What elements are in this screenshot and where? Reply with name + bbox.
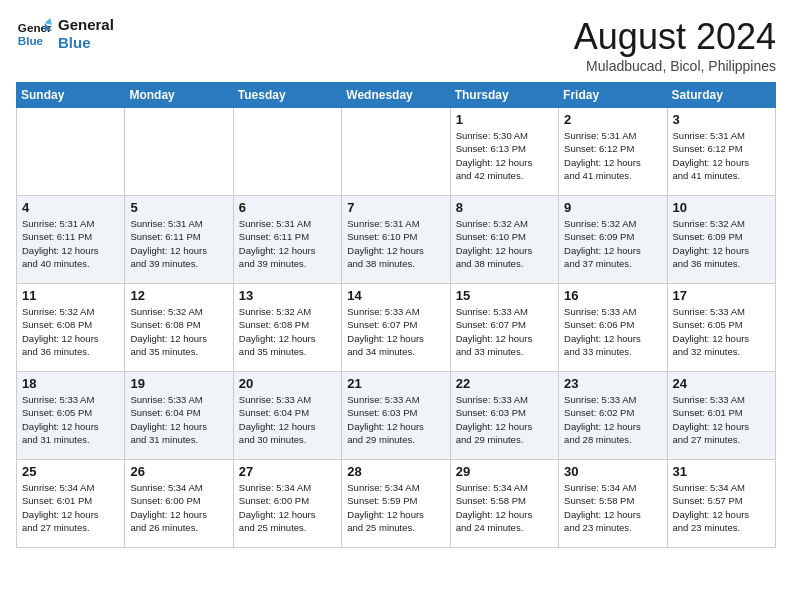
svg-text:Blue: Blue [18, 34, 44, 47]
day-number: 10 [673, 200, 770, 215]
calendar-cell: 14Sunrise: 5:33 AM Sunset: 6:07 PM Dayli… [342, 284, 450, 372]
week-row-5: 25Sunrise: 5:34 AM Sunset: 6:01 PM Dayli… [17, 460, 776, 548]
calendar-cell: 19Sunrise: 5:33 AM Sunset: 6:04 PM Dayli… [125, 372, 233, 460]
day-info: Sunrise: 5:33 AM Sunset: 6:07 PM Dayligh… [347, 305, 444, 358]
weekday-header-thursday: Thursday [450, 83, 558, 108]
calendar-cell [17, 108, 125, 196]
calendar-cell: 25Sunrise: 5:34 AM Sunset: 6:01 PM Dayli… [17, 460, 125, 548]
day-info: Sunrise: 5:33 AM Sunset: 6:04 PM Dayligh… [130, 393, 227, 446]
calendar-cell: 11Sunrise: 5:32 AM Sunset: 6:08 PM Dayli… [17, 284, 125, 372]
weekday-header-row: SundayMondayTuesdayWednesdayThursdayFrid… [17, 83, 776, 108]
day-number: 2 [564, 112, 661, 127]
day-number: 27 [239, 464, 336, 479]
day-info: Sunrise: 5:31 AM Sunset: 6:12 PM Dayligh… [564, 129, 661, 182]
week-row-2: 4Sunrise: 5:31 AM Sunset: 6:11 PM Daylig… [17, 196, 776, 284]
calendar-cell: 3Sunrise: 5:31 AM Sunset: 6:12 PM Daylig… [667, 108, 775, 196]
weekday-header-saturday: Saturday [667, 83, 775, 108]
day-info: Sunrise: 5:33 AM Sunset: 6:02 PM Dayligh… [564, 393, 661, 446]
day-number: 6 [239, 200, 336, 215]
week-row-1: 1Sunrise: 5:30 AM Sunset: 6:13 PM Daylig… [17, 108, 776, 196]
calendar-cell: 12Sunrise: 5:32 AM Sunset: 6:08 PM Dayli… [125, 284, 233, 372]
day-number: 11 [22, 288, 119, 303]
day-info: Sunrise: 5:32 AM Sunset: 6:09 PM Dayligh… [564, 217, 661, 270]
calendar-cell: 23Sunrise: 5:33 AM Sunset: 6:02 PM Dayli… [559, 372, 667, 460]
day-number: 16 [564, 288, 661, 303]
calendar-cell: 31Sunrise: 5:34 AM Sunset: 5:57 PM Dayli… [667, 460, 775, 548]
day-info: Sunrise: 5:31 AM Sunset: 6:11 PM Dayligh… [22, 217, 119, 270]
day-number: 23 [564, 376, 661, 391]
day-info: Sunrise: 5:32 AM Sunset: 6:08 PM Dayligh… [239, 305, 336, 358]
day-info: Sunrise: 5:33 AM Sunset: 6:07 PM Dayligh… [456, 305, 553, 358]
calendar-cell: 8Sunrise: 5:32 AM Sunset: 6:10 PM Daylig… [450, 196, 558, 284]
week-row-4: 18Sunrise: 5:33 AM Sunset: 6:05 PM Dayli… [17, 372, 776, 460]
day-info: Sunrise: 5:33 AM Sunset: 6:05 PM Dayligh… [673, 305, 770, 358]
title-block: August 2024 Muladbucad, Bicol, Philippin… [574, 16, 776, 74]
day-info: Sunrise: 5:32 AM Sunset: 6:08 PM Dayligh… [130, 305, 227, 358]
day-number: 24 [673, 376, 770, 391]
day-number: 31 [673, 464, 770, 479]
calendar-cell: 1Sunrise: 5:30 AM Sunset: 6:13 PM Daylig… [450, 108, 558, 196]
calendar-cell: 2Sunrise: 5:31 AM Sunset: 6:12 PM Daylig… [559, 108, 667, 196]
day-info: Sunrise: 5:31 AM Sunset: 6:11 PM Dayligh… [239, 217, 336, 270]
calendar-cell: 5Sunrise: 5:31 AM Sunset: 6:11 PM Daylig… [125, 196, 233, 284]
day-number: 26 [130, 464, 227, 479]
day-number: 18 [22, 376, 119, 391]
day-number: 1 [456, 112, 553, 127]
calendar-cell: 30Sunrise: 5:34 AM Sunset: 5:58 PM Dayli… [559, 460, 667, 548]
day-number: 17 [673, 288, 770, 303]
calendar-cell: 16Sunrise: 5:33 AM Sunset: 6:06 PM Dayli… [559, 284, 667, 372]
day-info: Sunrise: 5:30 AM Sunset: 6:13 PM Dayligh… [456, 129, 553, 182]
calendar-cell: 10Sunrise: 5:32 AM Sunset: 6:09 PM Dayli… [667, 196, 775, 284]
calendar-cell [233, 108, 341, 196]
calendar-table: SundayMondayTuesdayWednesdayThursdayFrid… [16, 82, 776, 548]
day-number: 13 [239, 288, 336, 303]
day-number: 12 [130, 288, 227, 303]
weekday-header-tuesday: Tuesday [233, 83, 341, 108]
day-info: Sunrise: 5:33 AM Sunset: 6:01 PM Dayligh… [673, 393, 770, 446]
day-info: Sunrise: 5:31 AM Sunset: 6:12 PM Dayligh… [673, 129, 770, 182]
calendar-cell: 17Sunrise: 5:33 AM Sunset: 6:05 PM Dayli… [667, 284, 775, 372]
weekday-header-wednesday: Wednesday [342, 83, 450, 108]
day-number: 20 [239, 376, 336, 391]
day-info: Sunrise: 5:34 AM Sunset: 5:57 PM Dayligh… [673, 481, 770, 534]
day-info: Sunrise: 5:34 AM Sunset: 6:00 PM Dayligh… [239, 481, 336, 534]
calendar-cell: 22Sunrise: 5:33 AM Sunset: 6:03 PM Dayli… [450, 372, 558, 460]
day-info: Sunrise: 5:34 AM Sunset: 6:01 PM Dayligh… [22, 481, 119, 534]
day-info: Sunrise: 5:33 AM Sunset: 6:04 PM Dayligh… [239, 393, 336, 446]
day-number: 7 [347, 200, 444, 215]
calendar-cell: 15Sunrise: 5:33 AM Sunset: 6:07 PM Dayli… [450, 284, 558, 372]
day-info: Sunrise: 5:33 AM Sunset: 6:05 PM Dayligh… [22, 393, 119, 446]
location-subtitle: Muladbucad, Bicol, Philippines [574, 58, 776, 74]
day-number: 3 [673, 112, 770, 127]
day-number: 30 [564, 464, 661, 479]
calendar-cell: 6Sunrise: 5:31 AM Sunset: 6:11 PM Daylig… [233, 196, 341, 284]
calendar-cell: 4Sunrise: 5:31 AM Sunset: 6:11 PM Daylig… [17, 196, 125, 284]
calendar-cell: 27Sunrise: 5:34 AM Sunset: 6:00 PM Dayli… [233, 460, 341, 548]
day-number: 4 [22, 200, 119, 215]
day-number: 15 [456, 288, 553, 303]
day-number: 19 [130, 376, 227, 391]
calendar-cell: 21Sunrise: 5:33 AM Sunset: 6:03 PM Dayli… [342, 372, 450, 460]
day-number: 5 [130, 200, 227, 215]
week-row-3: 11Sunrise: 5:32 AM Sunset: 6:08 PM Dayli… [17, 284, 776, 372]
month-year-title: August 2024 [574, 16, 776, 58]
day-info: Sunrise: 5:32 AM Sunset: 6:08 PM Dayligh… [22, 305, 119, 358]
weekday-header-sunday: Sunday [17, 83, 125, 108]
day-info: Sunrise: 5:34 AM Sunset: 5:58 PM Dayligh… [456, 481, 553, 534]
weekday-header-monday: Monday [125, 83, 233, 108]
logo-icon: General Blue [16, 16, 52, 52]
day-info: Sunrise: 5:34 AM Sunset: 5:58 PM Dayligh… [564, 481, 661, 534]
logo: General Blue General Blue [16, 16, 114, 52]
day-number: 22 [456, 376, 553, 391]
day-info: Sunrise: 5:32 AM Sunset: 6:09 PM Dayligh… [673, 217, 770, 270]
day-info: Sunrise: 5:33 AM Sunset: 6:03 PM Dayligh… [347, 393, 444, 446]
calendar-cell [342, 108, 450, 196]
calendar-cell: 28Sunrise: 5:34 AM Sunset: 5:59 PM Dayli… [342, 460, 450, 548]
calendar-cell: 29Sunrise: 5:34 AM Sunset: 5:58 PM Dayli… [450, 460, 558, 548]
day-number: 29 [456, 464, 553, 479]
logo-text: General [58, 16, 114, 34]
day-info: Sunrise: 5:34 AM Sunset: 5:59 PM Dayligh… [347, 481, 444, 534]
calendar-cell: 18Sunrise: 5:33 AM Sunset: 6:05 PM Dayli… [17, 372, 125, 460]
day-info: Sunrise: 5:34 AM Sunset: 6:00 PM Dayligh… [130, 481, 227, 534]
day-info: Sunrise: 5:33 AM Sunset: 6:06 PM Dayligh… [564, 305, 661, 358]
